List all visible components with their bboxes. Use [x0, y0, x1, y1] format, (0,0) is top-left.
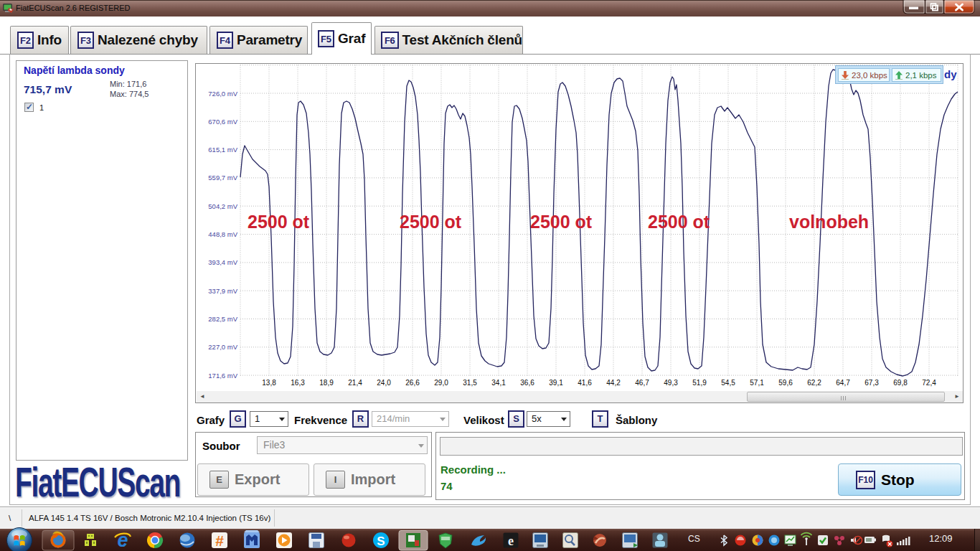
svg-text:227,0 mV: 227,0 mV: [208, 343, 237, 351]
svg-text:#: #: [215, 532, 224, 549]
svg-text:504,2 mV: 504,2 mV: [208, 202, 237, 210]
svg-text:34,1: 34,1: [491, 379, 506, 387]
svg-text:46,7: 46,7: [635, 379, 649, 387]
svg-text:26,6: 26,6: [405, 379, 420, 387]
svg-text:16,3: 16,3: [291, 379, 305, 387]
svg-text:393,4 mV: 393,4 mV: [208, 258, 237, 266]
svg-text:72,4: 72,4: [922, 379, 936, 387]
svg-text:49,3: 49,3: [664, 379, 678, 387]
svg-text:e: e: [117, 529, 128, 551]
svg-text:337,9 mV: 337,9 mV: [208, 287, 237, 295]
svg-text:31,5: 31,5: [463, 379, 477, 387]
svg-text:559,7 mV: 559,7 mV: [208, 174, 237, 182]
svg-text:54,5: 54,5: [721, 379, 735, 387]
svg-text:57,1: 57,1: [750, 379, 764, 387]
svg-text:44,2: 44,2: [606, 379, 621, 387]
svg-text:171,6 mV: 171,6 mV: [208, 372, 237, 380]
svg-text:69,8: 69,8: [893, 379, 908, 387]
svg-text:726,0 mV: 726,0 mV: [208, 90, 237, 98]
svg-text:41,6: 41,6: [578, 379, 592, 387]
svg-text:64,7: 64,7: [836, 379, 850, 387]
svg-text:29,0: 29,0: [434, 379, 448, 387]
svg-text:S: S: [377, 534, 385, 548]
svg-text:51,9: 51,9: [692, 379, 707, 387]
svg-text:615,1 mV: 615,1 mV: [208, 146, 237, 154]
svg-text:62,2: 62,2: [807, 379, 821, 387]
svg-text:282,5 mV: 282,5 mV: [208, 315, 237, 323]
svg-text:21,4: 21,4: [348, 379, 362, 387]
svg-text:36,6: 36,6: [520, 379, 534, 387]
svg-text:24,0: 24,0: [377, 379, 391, 387]
svg-text:18,9: 18,9: [319, 379, 334, 387]
svg-text:13,8: 13,8: [262, 379, 276, 387]
svg-text:448,8 mV: 448,8 mV: [208, 230, 237, 238]
svg-text:670,6 mV: 670,6 mV: [208, 118, 237, 126]
svg-text:59,6: 59,6: [778, 379, 793, 387]
svg-text:39,1: 39,1: [549, 379, 563, 387]
svg-text:e: e: [508, 534, 514, 548]
svg-text:67,3: 67,3: [864, 379, 879, 387]
